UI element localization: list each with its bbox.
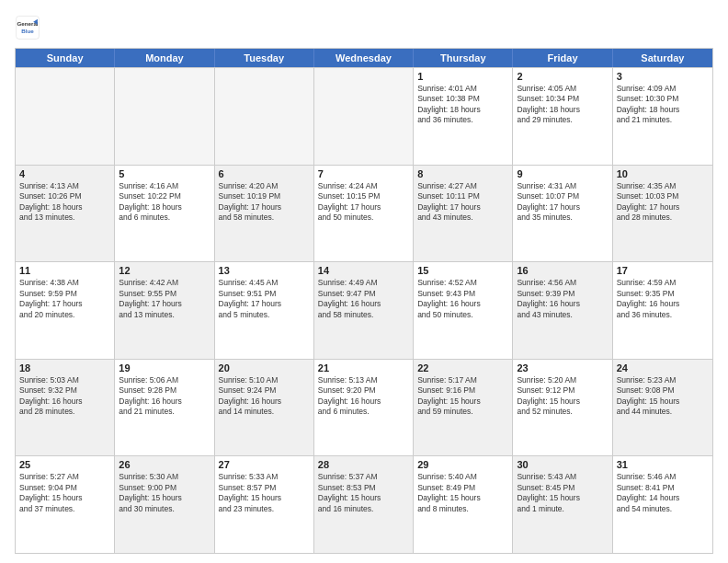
day-number: 12 xyxy=(119,265,210,276)
day-number: 26 xyxy=(119,459,210,470)
calendar-cell: 25Sunrise: 5:27 AM Sunset: 9:04 PM Dayli… xyxy=(16,456,115,553)
header-day-saturday: Saturday xyxy=(613,49,712,67)
cell-info: Sunrise: 4:42 AM Sunset: 9:55 PM Dayligh… xyxy=(119,278,210,320)
day-number: 2 xyxy=(517,71,608,82)
day-number: 29 xyxy=(417,459,508,470)
cell-info: Sunrise: 4:56 AM Sunset: 9:39 PM Dayligh… xyxy=(517,278,608,320)
calendar-row-4: 25Sunrise: 5:27 AM Sunset: 9:04 PM Dayli… xyxy=(16,455,712,553)
header-day-wednesday: Wednesday xyxy=(314,49,414,67)
day-number: 28 xyxy=(318,459,409,470)
calendar-cell: 31Sunrise: 5:46 AM Sunset: 8:41 PM Dayli… xyxy=(613,456,712,553)
day-number: 17 xyxy=(617,265,709,276)
calendar-cell: 14Sunrise: 4:49 AM Sunset: 9:47 PM Dayli… xyxy=(314,262,414,359)
calendar-cell: 8Sunrise: 4:27 AM Sunset: 10:11 PM Dayli… xyxy=(414,166,513,262)
day-number: 15 xyxy=(417,265,508,276)
calendar-cell: 28Sunrise: 5:37 AM Sunset: 8:53 PM Dayli… xyxy=(314,456,414,553)
calendar-cell: 24Sunrise: 5:23 AM Sunset: 9:08 PM Dayli… xyxy=(613,360,712,456)
calendar-cell: 3Sunrise: 4:09 AM Sunset: 10:30 PM Dayli… xyxy=(613,68,712,165)
calendar-cell: 21Sunrise: 5:13 AM Sunset: 9:20 PM Dayli… xyxy=(314,360,414,456)
calendar-cell: 9Sunrise: 4:31 AM Sunset: 10:07 PM Dayli… xyxy=(513,166,612,262)
cell-info: Sunrise: 5:33 AM Sunset: 8:57 PM Dayligh… xyxy=(219,472,310,514)
calendar-cell: 2Sunrise: 4:05 AM Sunset: 10:34 PM Dayli… xyxy=(513,68,612,165)
day-number: 8 xyxy=(417,168,508,179)
cell-info: Sunrise: 4:13 AM Sunset: 10:26 PM Daylig… xyxy=(19,181,110,224)
day-number: 7 xyxy=(318,168,409,179)
cell-info: Sunrise: 5:27 AM Sunset: 9:04 PM Dayligh… xyxy=(19,472,110,514)
cell-info: Sunrise: 4:35 AM Sunset: 10:03 PM Daylig… xyxy=(617,181,709,224)
calendar-row-2: 11Sunrise: 4:38 AM Sunset: 9:59 PM Dayli… xyxy=(16,261,712,359)
cell-info: Sunrise: 5:46 AM Sunset: 8:41 PM Dayligh… xyxy=(617,472,709,514)
header-day-thursday: Thursday xyxy=(414,49,513,67)
calendar-cell: 26Sunrise: 5:30 AM Sunset: 9:00 PM Dayli… xyxy=(115,456,214,553)
day-number: 30 xyxy=(517,459,608,470)
day-number: 23 xyxy=(517,362,608,373)
calendar-cell: 4Sunrise: 4:13 AM Sunset: 10:26 PM Dayli… xyxy=(16,166,115,262)
cell-info: Sunrise: 4:52 AM Sunset: 9:43 PM Dayligh… xyxy=(417,278,508,320)
day-number: 16 xyxy=(517,265,608,276)
calendar-cell: 6Sunrise: 4:20 AM Sunset: 10:19 PM Dayli… xyxy=(215,166,314,262)
header-day-friday: Friday xyxy=(513,49,612,67)
cell-info: Sunrise: 4:16 AM Sunset: 10:22 PM Daylig… xyxy=(119,181,210,224)
day-number: 9 xyxy=(517,168,608,179)
day-number: 22 xyxy=(417,362,508,373)
calendar-cell: 17Sunrise: 4:59 AM Sunset: 9:35 PM Dayli… xyxy=(613,262,712,359)
day-number: 1 xyxy=(417,71,508,82)
calendar-cell xyxy=(115,68,214,165)
cell-info: Sunrise: 4:45 AM Sunset: 9:51 PM Dayligh… xyxy=(219,278,310,320)
day-number: 20 xyxy=(219,362,310,373)
cell-info: Sunrise: 5:43 AM Sunset: 8:45 PM Dayligh… xyxy=(517,472,608,514)
calendar-cell: 13Sunrise: 4:45 AM Sunset: 9:51 PM Dayli… xyxy=(215,262,314,359)
day-number: 10 xyxy=(617,168,709,179)
day-number: 31 xyxy=(617,459,709,470)
cell-info: Sunrise: 5:30 AM Sunset: 9:00 PM Dayligh… xyxy=(119,472,210,514)
calendar-row-1: 4Sunrise: 4:13 AM Sunset: 10:26 PM Dayli… xyxy=(16,165,712,262)
header-day-sunday: Sunday xyxy=(16,49,115,67)
day-number: 25 xyxy=(19,459,110,470)
calendar-cell: 11Sunrise: 4:38 AM Sunset: 9:59 PM Dayli… xyxy=(16,262,115,359)
svg-text:Blue: Blue xyxy=(21,28,34,34)
calendar-cell: 18Sunrise: 5:03 AM Sunset: 9:32 PM Dayli… xyxy=(16,360,115,456)
calendar-cell: 30Sunrise: 5:43 AM Sunset: 8:45 PM Dayli… xyxy=(513,456,612,553)
page: General Blue SundayMondayTuesdayWednesda… xyxy=(0,0,728,563)
logo-icon: General Blue xyxy=(15,15,40,40)
calendar-header: SundayMondayTuesdayWednesdayThursdayFrid… xyxy=(16,49,712,67)
cell-info: Sunrise: 5:03 AM Sunset: 9:32 PM Dayligh… xyxy=(19,375,110,418)
cell-info: Sunrise: 5:06 AM Sunset: 9:28 PM Dayligh… xyxy=(119,375,210,418)
cell-info: Sunrise: 5:13 AM Sunset: 9:20 PM Dayligh… xyxy=(318,375,409,418)
day-number: 18 xyxy=(19,362,110,373)
cell-info: Sunrise: 4:20 AM Sunset: 10:19 PM Daylig… xyxy=(219,181,310,224)
calendar-cell xyxy=(16,68,115,165)
cell-info: Sunrise: 4:05 AM Sunset: 10:34 PM Daylig… xyxy=(517,84,608,126)
calendar-cell xyxy=(215,68,314,165)
calendar-cell: 20Sunrise: 5:10 AM Sunset: 9:24 PM Dayli… xyxy=(215,360,314,456)
header-day-tuesday: Tuesday xyxy=(215,49,314,67)
cell-info: Sunrise: 4:38 AM Sunset: 9:59 PM Dayligh… xyxy=(19,278,110,320)
calendar: SundayMondayTuesdayWednesdayThursdayFrid… xyxy=(15,48,713,554)
calendar-cell xyxy=(314,68,414,165)
calendar-cell: 16Sunrise: 4:56 AM Sunset: 9:39 PM Dayli… xyxy=(513,262,612,359)
calendar-cell: 1Sunrise: 4:01 AM Sunset: 10:38 PM Dayli… xyxy=(414,68,513,165)
day-number: 27 xyxy=(219,459,310,470)
cell-info: Sunrise: 4:59 AM Sunset: 9:35 PM Dayligh… xyxy=(617,278,709,320)
day-number: 11 xyxy=(19,265,110,276)
calendar-body: 1Sunrise: 4:01 AM Sunset: 10:38 PM Dayli… xyxy=(16,67,712,553)
calendar-cell: 27Sunrise: 5:33 AM Sunset: 8:57 PM Dayli… xyxy=(215,456,314,553)
calendar-cell: 5Sunrise: 4:16 AM Sunset: 10:22 PM Dayli… xyxy=(115,166,214,262)
header: General Blue xyxy=(15,15,713,40)
day-number: 21 xyxy=(318,362,409,373)
calendar-cell: 7Sunrise: 4:24 AM Sunset: 10:15 PM Dayli… xyxy=(314,166,414,262)
cell-info: Sunrise: 4:49 AM Sunset: 9:47 PM Dayligh… xyxy=(318,278,409,320)
cell-info: Sunrise: 5:37 AM Sunset: 8:53 PM Dayligh… xyxy=(318,472,409,514)
cell-info: Sunrise: 5:20 AM Sunset: 9:12 PM Dayligh… xyxy=(517,375,608,418)
cell-info: Sunrise: 5:10 AM Sunset: 9:24 PM Dayligh… xyxy=(219,375,310,418)
day-number: 13 xyxy=(219,265,310,276)
calendar-cell: 29Sunrise: 5:40 AM Sunset: 8:49 PM Dayli… xyxy=(414,456,513,553)
cell-info: Sunrise: 4:24 AM Sunset: 10:15 PM Daylig… xyxy=(318,181,409,224)
cell-info: Sunrise: 5:17 AM Sunset: 9:16 PM Dayligh… xyxy=(417,375,508,418)
cell-info: Sunrise: 4:31 AM Sunset: 10:07 PM Daylig… xyxy=(517,181,608,224)
day-number: 3 xyxy=(617,71,709,82)
calendar-cell: 15Sunrise: 4:52 AM Sunset: 9:43 PM Dayli… xyxy=(414,262,513,359)
calendar-cell: 10Sunrise: 4:35 AM Sunset: 10:03 PM Dayl… xyxy=(613,166,712,262)
calendar-cell: 19Sunrise: 5:06 AM Sunset: 9:28 PM Dayli… xyxy=(115,360,214,456)
cell-info: Sunrise: 4:01 AM Sunset: 10:38 PM Daylig… xyxy=(417,84,508,126)
